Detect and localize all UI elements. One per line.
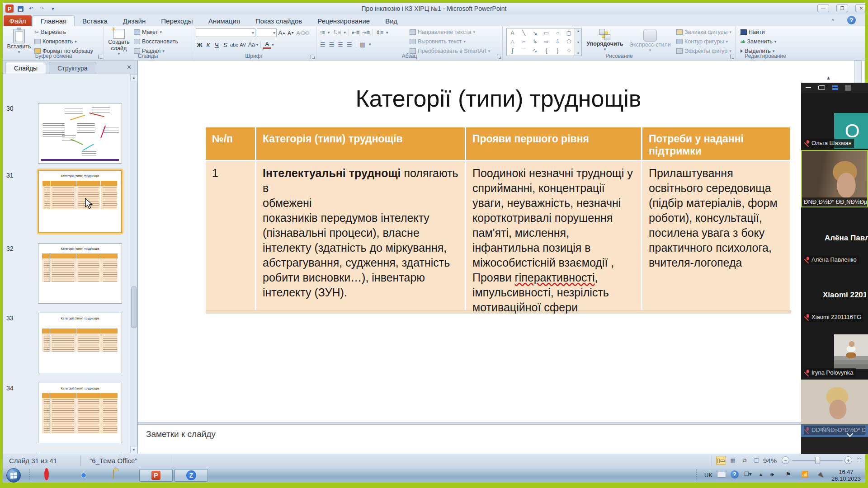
scroll-down-icon[interactable]: ▼ (130, 446, 137, 453)
bullets-icon[interactable]: ⁝≡ (320, 29, 325, 36)
opera-icon[interactable] (44, 470, 54, 480)
copy-button[interactable]: Копировать ▾ (34, 38, 93, 46)
replace-button[interactable]: ab Заменить ▾ (741, 38, 776, 46)
font-size-combo[interactable]: ▾ (257, 28, 277, 37)
slide-title[interactable]: Категорії (типи) труднощів (206, 85, 791, 112)
power-icon[interactable]: 🔌 (816, 471, 824, 478)
shape-icon[interactable]: ↘ (529, 28, 541, 37)
new-slide-button[interactable]: Создать слайд ▾ (106, 27, 132, 56)
bold-button[interactable]: Ж (196, 41, 203, 49)
line-spacing-icon[interactable]: ⇕≡ (376, 29, 383, 36)
participant-tile[interactable]: ĐĐ²ÑÑĐ»Đ°Đ½Đ° Đ (801, 380, 868, 437)
align-right-icon[interactable]: ☰ (338, 41, 343, 48)
language-indicator[interactable]: UK (704, 472, 712, 479)
thumbnail-slide-35[interactable]: Категорії (типи) труднощів (38, 453, 122, 453)
thumbnail-slide-34[interactable]: Категорії (типи) труднощів (38, 383, 122, 443)
tab-view[interactable]: Вид (377, 15, 405, 26)
zoom-taskbar-button[interactable]: Z (175, 469, 208, 482)
restore-button[interactable]: ❐ (836, 5, 848, 12)
slide-table[interactable]: №/п Категорія (типи) труднощів Прояви пе… (206, 127, 791, 314)
flag-icon[interactable]: ⚑ (786, 471, 791, 478)
close-button[interactable]: ✕ (855, 5, 865, 12)
thumbnail-slide-33[interactable]: Категорії (типи) труднощів (38, 313, 122, 373)
shadow-button[interactable]: S (222, 41, 229, 49)
tab-design[interactable]: Дизайн (115, 15, 153, 26)
italic-button[interactable]: К (204, 41, 212, 49)
columns-icon[interactable]: ▥ (360, 41, 365, 48)
thumbnail-slide-31-selected[interactable]: Категорії (типи) труднощів (38, 170, 122, 233)
paste-button[interactable]: Вставить ▾ (6, 27, 32, 54)
font-color-button[interactable]: А (263, 41, 271, 49)
help-icon[interactable]: ? (847, 16, 856, 24)
panel-scrollbar-thumb[interactable] (131, 286, 137, 328)
shape-fill-button[interactable]: Заливка фигуры ▾ (676, 28, 731, 36)
tab-outline[interactable]: Структура (49, 62, 96, 74)
thumbnail-slide-32[interactable]: Категорії (типи) труднощів (38, 243, 122, 304)
taskbar-grip[interactable] (29, 469, 31, 481)
restore-windows-icon[interactable]: ❐▾ (744, 471, 752, 477)
participant-tile[interactable]: Алёна Павленко Алёна Павленко (801, 207, 868, 267)
clear-formatting-icon[interactable]: А⌫ (296, 29, 309, 37)
volume-icon[interactable]: 🕪 (770, 471, 774, 478)
scroll-up-icon[interactable]: ▲ (130, 74, 137, 81)
collapse-ribbon-icon[interactable]: ˄ (831, 17, 834, 23)
numbering-icon[interactable]: ⒈≡ (332, 28, 341, 36)
shape-icon[interactable]: A (507, 28, 518, 37)
reset-button[interactable]: Восстановить (134, 38, 178, 46)
cut-button[interactable]: ✂ Вырезать (34, 28, 93, 36)
font-name-combo[interactable]: ▾ (196, 28, 255, 37)
align-center-icon[interactable]: ☰ (329, 41, 335, 48)
clock[interactable]: 16:47 26.10.2023 (831, 469, 861, 482)
slide-canvas[interactable]: Категорії (типи) труднощів №/п Категорія… (137, 61, 864, 454)
shape-icon[interactable]: ╲ (518, 28, 529, 37)
arrange-button[interactable]: Упорядочить ▾ (584, 27, 626, 52)
fit-to-window-icon[interactable]: ⛶ (854, 456, 864, 465)
help-tray-icon[interactable]: ? (731, 470, 739, 479)
shape-icon[interactable]: ▭ (541, 28, 552, 37)
tab-slideshow[interactable]: Показ слайдов (248, 15, 310, 26)
speaker-view-icon[interactable] (818, 85, 825, 90)
find-button[interactable]: Найти (741, 28, 776, 36)
zoom-slider-thumb[interactable] (815, 457, 820, 464)
panel-scrollbar[interactable]: ▲ ▼ (130, 74, 137, 453)
text-direction-button[interactable]: Направление текста ▾ (410, 28, 490, 36)
layout-button[interactable]: Макет ▾ (134, 28, 178, 36)
change-case-button[interactable]: Aa (248, 41, 255, 49)
chrome-icon[interactable] (79, 470, 89, 480)
slide-sorter-icon[interactable]: ▦ (728, 456, 738, 465)
shape-icon[interactable]: ⬠ (563, 37, 575, 46)
shape-icon[interactable]: ○ (552, 28, 563, 37)
zoom-minimize-icon[interactable] (806, 87, 811, 88)
panel-close-icon[interactable]: ✕ (127, 64, 132, 70)
tab-home[interactable]: Главная (33, 15, 75, 26)
strikethrough-button[interactable]: abc (230, 41, 238, 49)
shape-icon[interactable]: ⇩ (552, 37, 563, 46)
align-left-icon[interactable]: ☰ (320, 41, 326, 48)
justify-icon[interactable]: ☰ (347, 41, 352, 48)
grow-font-icon[interactable]: А▲ (278, 29, 286, 37)
shape-outline-button[interactable]: Контур фигуры ▾ (676, 38, 731, 46)
active-view-icon[interactable] (832, 85, 838, 90)
tray-grip[interactable] (696, 469, 698, 481)
participant-tile-active-speaker[interactable]: ĐÑĐ¸Đ½Đ° ĐĐ¸ÑĐ½ĐµĐ²Đ° (801, 150, 868, 207)
reading-view-icon[interactable]: ⧉ (740, 456, 750, 465)
clipboard-dialog-launcher-icon[interactable] (98, 55, 102, 59)
keyboard-icon[interactable] (717, 472, 726, 478)
minimize-button[interactable]: — (817, 5, 829, 12)
slideshow-icon[interactable]: 🖵 (751, 456, 761, 465)
normal-view-icon[interactable]: ▯▭ (716, 456, 726, 465)
zoom-out-icon[interactable]: − (782, 456, 789, 464)
gallery-view-icon[interactable] (845, 85, 851, 91)
align-text-button[interactable]: Выровнять текст ▾ (410, 38, 490, 46)
network-icon[interactable]: 📶 (801, 471, 808, 478)
tab-insert[interactable]: Вставка (75, 15, 115, 26)
participant-tile[interactable]: О Ольга Шахман (801, 93, 868, 150)
explorer-icon[interactable] (113, 470, 123, 480)
font-dialog-launcher-icon[interactable] (311, 55, 315, 59)
zoom-in-icon[interactable]: + (844, 456, 852, 464)
tab-file[interactable]: Файл (4, 15, 32, 26)
participant-tile[interactable]: Iryna Polovynka (801, 324, 868, 380)
show-hidden-icons[interactable]: ▲ (759, 472, 763, 477)
shape-icon[interactable]: △ (507, 37, 518, 46)
shape-icon[interactable]: ▢ (563, 28, 575, 37)
